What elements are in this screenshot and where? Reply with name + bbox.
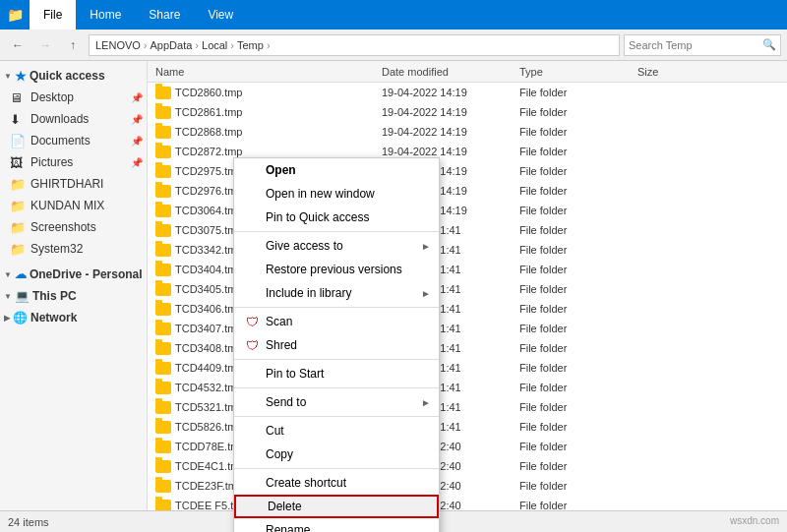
- col-header-size[interactable]: Size: [637, 66, 787, 78]
- ctx-create-shortcut[interactable]: Create shortcut: [234, 471, 439, 495]
- tab-file[interactable]: File: [30, 0, 76, 30]
- copy-icon: [244, 446, 260, 462]
- network-header[interactable]: ▶ 🌐 Network: [0, 307, 147, 328]
- delete-icon: [246, 499, 262, 514]
- sidebar-item-kundan[interactable]: 📁 KUNDAN MIX: [0, 195, 147, 216]
- rename-icon: [244, 522, 260, 532]
- sidebar-item-system32[interactable]: 📁 System32: [0, 238, 147, 260]
- file-date: 19-04-2022 14:19: [382, 87, 519, 98]
- ctx-divider-5: [234, 416, 439, 417]
- kundan-icon: 📁: [10, 199, 26, 213]
- network-chevron: ▶: [4, 314, 10, 323]
- ctx-give-access[interactable]: Give access to ►: [234, 234, 439, 258]
- sidebar-item-documents[interactable]: 📄 Documents 📌: [0, 130, 147, 151]
- ctx-delete[interactable]: Delete: [234, 495, 439, 518]
- ctx-pin-start[interactable]: Pin to Start: [234, 362, 439, 385]
- up-button[interactable]: ↑: [61, 33, 85, 57]
- file-type: File folder: [519, 87, 637, 98]
- quick-access-header[interactable]: ▼ ★ Quick access: [0, 65, 147, 87]
- pictures-icon: 🖼: [10, 155, 26, 170]
- ctx-send-to[interactable]: Send to ►: [234, 390, 439, 414]
- col-header-type[interactable]: Type: [519, 66, 637, 78]
- tab-view[interactable]: View: [194, 0, 247, 30]
- folder-icon: [155, 301, 171, 317]
- folder-icon: [155, 104, 171, 120]
- back-button[interactable]: ←: [6, 33, 30, 57]
- address-path[interactable]: LENOVO › AppData › Local › Temp ›: [89, 34, 620, 56]
- ctx-divider-4: [234, 387, 439, 388]
- table-row[interactable]: TCD2868.tmp 19-04-2022 14:19 File folder: [148, 122, 787, 142]
- sidebar-item-screenshots[interactable]: 📁 Screenshots: [0, 216, 147, 238]
- column-headers: Name Date modified Type Size: [148, 61, 787, 83]
- file-type: File folder: [519, 401, 637, 413]
- file-type: File folder: [519, 224, 637, 236]
- ctx-divider-2: [234, 307, 439, 308]
- onedrive-icon: ☁: [15, 267, 27, 281]
- sidebar-kundan-label: KUNDAN MIX: [30, 199, 104, 212]
- context-menu: Open Open in new window Pin to Quick acc…: [233, 157, 440, 532]
- file-type: File folder: [519, 323, 637, 334]
- ctx-pin-quick-access[interactable]: Pin to Quick access: [234, 206, 439, 229]
- sidebar-item-ghirtdhari[interactable]: 📁 GHIRTDHARI: [0, 173, 147, 195]
- ctx-include-library[interactable]: Include in library ►: [234, 281, 439, 305]
- sidebar-item-desktop[interactable]: 🖥 Desktop 📌: [0, 87, 147, 108]
- scan-shield-icon: 🛡: [244, 314, 260, 329]
- folder-icon: [155, 163, 171, 179]
- search-input[interactable]: [629, 39, 762, 51]
- system32-icon: 📁: [10, 242, 26, 257]
- sidebar-screenshots-label: Screenshots: [30, 220, 96, 234]
- file-name: TCD2872.tmp: [175, 146, 382, 157]
- thispc-header[interactable]: ▼ 💻 This PC: [0, 285, 147, 307]
- app-icon: 📁: [0, 0, 30, 30]
- col-header-name[interactable]: Name: [155, 66, 382, 78]
- ctx-open-new-window[interactable]: Open in new window: [234, 182, 439, 206]
- search-box[interactable]: 🔍: [624, 34, 781, 56]
- table-row[interactable]: TCD2860.tmp 19-04-2022 14:19 File folder: [148, 83, 787, 102]
- tab-home[interactable]: Home: [76, 0, 135, 30]
- ctx-rename[interactable]: Rename: [234, 518, 439, 532]
- ctx-restore-versions[interactable]: Restore previous versions: [234, 258, 439, 281]
- pictures-pin: 📌: [131, 157, 143, 168]
- col-header-date[interactable]: Date modified: [382, 66, 519, 78]
- path-temp: Temp: [237, 39, 264, 51]
- folder-icon: [155, 439, 171, 454]
- onedrive-header[interactable]: ▼ ☁ OneDrive - Personal: [0, 264, 147, 285]
- sidebar-item-downloads[interactable]: ⬇ Downloads 📌: [0, 108, 147, 130]
- folder-icon: [155, 458, 171, 474]
- shred-shield-icon: 🛡: [244, 337, 260, 353]
- ctx-scan[interactable]: 🛡 Scan: [234, 310, 439, 333]
- open-new-window-icon: [244, 186, 260, 202]
- thispc-chevron: ▼: [4, 292, 12, 301]
- sidebar-item-pictures[interactable]: 🖼 Pictures 📌: [0, 151, 147, 173]
- pin-icon: [244, 209, 260, 225]
- folder-icon: [155, 498, 171, 510]
- thispc-label: This PC: [32, 289, 77, 303]
- file-type: File folder: [519, 441, 637, 452]
- folder-icon: [155, 144, 171, 159]
- ctx-open[interactable]: Open: [234, 158, 439, 182]
- ctx-shred[interactable]: 🛡 Shred: [234, 333, 439, 357]
- title-bar: 📁 File Home Share View: [0, 0, 787, 30]
- network-label: Network: [30, 311, 77, 325]
- table-row[interactable]: TCD2861.tmp 19-04-2022 14:19 File folder: [148, 102, 787, 122]
- ctx-cut[interactable]: Cut: [234, 419, 439, 443]
- ctx-create-shortcut-label: Create shortcut: [266, 476, 429, 490]
- give-access-icon: [244, 238, 260, 254]
- folder-icon: [155, 478, 171, 494]
- ctx-shred-label: Shred: [266, 338, 429, 352]
- forward-button[interactable]: →: [33, 33, 57, 57]
- ctx-pin-start-label: Pin to Start: [266, 367, 429, 381]
- path-appdata: AppData: [151, 39, 193, 51]
- tab-share[interactable]: Share: [135, 0, 194, 30]
- send-to-icon: [244, 394, 260, 410]
- sidebar-pictures-label: Pictures: [30, 155, 73, 169]
- folder-icon: [155, 203, 171, 218]
- folder-icon: [155, 360, 171, 376]
- ctx-copy[interactable]: Copy: [234, 443, 439, 466]
- ctx-open-new-window-label: Open in new window: [266, 187, 429, 201]
- ctx-restore-label: Restore previous versions: [266, 263, 429, 276]
- ctx-delete-label: Delete: [268, 500, 427, 513]
- onedrive-chevron: ▼: [4, 270, 12, 279]
- quick-access-icon: ★: [15, 69, 27, 84]
- ctx-library-label: Include in library: [266, 286, 429, 300]
